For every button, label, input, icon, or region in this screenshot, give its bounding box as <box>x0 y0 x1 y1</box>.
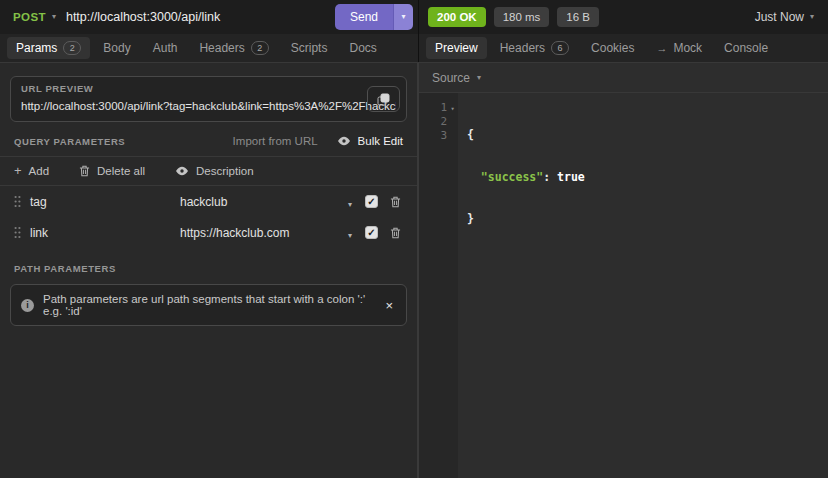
url-preview-value: http://localhost:3000/api/link?tag=hackc… <box>21 99 396 114</box>
method-caret-down-icon[interactable]: ▾ <box>52 13 56 21</box>
tab-auth[interactable]: Auth <box>144 37 187 59</box>
fold-toggle[interactable]: ▾ <box>447 101 458 114</box>
line-number: 2 <box>419 115 447 128</box>
fold-caret-down-icon: ▾ <box>450 105 454 113</box>
method-selector[interactable]: POST <box>13 11 46 23</box>
import-from-url-button[interactable]: Import from URL <box>233 135 318 147</box>
request-panel: URL PREVIEW http://localhost:3000/api/li… <box>0 63 417 478</box>
tab-body[interactable]: Body <box>94 37 139 59</box>
params-count-badge: 2 <box>63 41 81 55</box>
tab-console-label: Console <box>724 41 768 55</box>
source-label: Source <box>432 71 470 85</box>
gutter-line: 2 <box>419 114 458 128</box>
tab-console[interactable]: Console <box>715 37 777 59</box>
response-tabs: Preview Headers 6 Cookies → Mock Console <box>419 34 828 62</box>
line-number: 3 <box>419 129 447 142</box>
tab-preview[interactable]: Preview <box>426 37 487 59</box>
tab-cookies-label: Cookies <box>591 41 634 55</box>
tab-response-headers[interactable]: Headers 6 <box>491 37 578 59</box>
tab-cookies[interactable]: Cookies <box>582 37 643 59</box>
request-url-input[interactable]: http://localhost:3000/api/link <box>66 10 220 24</box>
query-parameters-toolbar: + Add Delete all Description <box>10 157 407 185</box>
param-enabled-checkbox[interactable]: ✓ <box>365 226 378 239</box>
delete-all-button[interactable]: Delete all <box>79 165 145 177</box>
eye-icon <box>337 136 351 146</box>
send-button[interactable]: Send <box>335 4 393 30</box>
path-parameters-title: PATH PARAMETERS <box>14 263 116 274</box>
tab-body-label: Body <box>103 41 130 55</box>
gutter-line: 1 ▾ <box>419 100 458 114</box>
copy-icon <box>377 93 390 106</box>
app-window: POST ▾ http://localhost:3000/api/link Se… <box>0 0 828 478</box>
add-parameter-button[interactable]: + Add <box>14 164 49 177</box>
param-row-link: link https://hackclub.com ▾ ✓ <box>10 217 407 248</box>
eye-icon <box>175 166 189 176</box>
url-preview-box: URL PREVIEW http://localhost:3000/api/li… <box>10 76 407 122</box>
response-history-dropdown[interactable]: Just Now ▾ <box>755 10 814 24</box>
description-label: Description <box>196 165 254 177</box>
top-bar: POST ▾ http://localhost:3000/api/link Se… <box>0 0 828 34</box>
send-options-button[interactable]: ▾ <box>393 4 413 30</box>
tab-params[interactable]: Params 2 <box>7 37 90 59</box>
history-label: Just Now <box>755 10 804 24</box>
duration-badge: 180 ms <box>494 7 550 27</box>
add-label: Add <box>29 165 49 177</box>
response-code-viewer: 1 ▾ 2 3 { "success": true } <box>419 93 828 478</box>
tab-auth-label: Auth <box>153 41 178 55</box>
main-area: URL PREVIEW http://localhost:3000/api/li… <box>0 63 828 478</box>
delete-param-button[interactable] <box>390 196 401 208</box>
query-parameters-title: QUERY PARAMETERS <box>14 136 125 147</box>
url-preview-title: URL PREVIEW <box>21 83 396 94</box>
param-options-caret-down-icon[interactable]: ▾ <box>348 224 352 242</box>
code-line: } <box>467 212 828 226</box>
param-enabled-checkbox[interactable]: ✓ <box>365 195 378 208</box>
path-parameters-header: PATH PARAMETERS <box>10 263 407 283</box>
send-button-group: Send ▾ <box>335 4 413 30</box>
line-number: 1 <box>419 101 447 114</box>
drag-dots-icon <box>14 226 21 239</box>
plus-icon: + <box>14 164 22 177</box>
tab-docs[interactable]: Docs <box>340 37 385 59</box>
code-line: { <box>467 128 828 142</box>
param-name-input[interactable]: tag <box>30 195 180 209</box>
bulk-edit-button[interactable]: Bulk Edit <box>337 135 403 147</box>
tab-response-headers-label: Headers <box>500 41 545 55</box>
tab-scripts[interactable]: Scripts <box>282 37 337 59</box>
info-icon: i <box>21 299 34 312</box>
trash-icon <box>390 227 401 239</box>
json-response-body[interactable]: { "success": true } <box>458 93 828 478</box>
tab-headers-label: Headers <box>199 41 244 55</box>
response-bar: 200 OK 180 ms 16 B Just Now ▾ <box>419 0 828 34</box>
check-icon: ✓ <box>367 228 375 238</box>
drag-handle[interactable] <box>14 226 30 239</box>
tab-docs-label: Docs <box>349 41 376 55</box>
check-icon: ✓ <box>367 197 375 207</box>
param-name-input[interactable]: link <box>30 226 180 240</box>
toggle-description-button[interactable]: Description <box>175 165 254 177</box>
drag-handle[interactable] <box>14 195 30 208</box>
response-headers-count-badge: 6 <box>551 41 569 55</box>
status-badge: 200 OK <box>428 7 486 27</box>
history-caret-down-icon: ▾ <box>810 13 814 21</box>
copy-url-button[interactable] <box>367 86 400 112</box>
delete-param-button[interactable] <box>390 227 401 239</box>
trash-icon <box>390 196 401 208</box>
tab-preview-label: Preview <box>435 41 478 55</box>
arrow-right-icon: → <box>656 42 667 54</box>
drag-dots-icon <box>14 195 21 208</box>
param-value-input[interactable]: hackclub <box>180 195 348 209</box>
dismiss-info-button[interactable]: × <box>382 299 396 312</box>
code-line: "success": true <box>467 170 828 184</box>
size-badge: 16 B <box>557 7 599 27</box>
param-value-input[interactable]: https://hackclub.com <box>180 226 348 240</box>
param-options-caret-down-icon[interactable]: ▾ <box>348 193 352 211</box>
query-parameters-header: QUERY PARAMETERS Import from URL Bulk Ed… <box>10 135 407 156</box>
source-caret-down-icon: ▾ <box>477 74 481 82</box>
tab-scripts-label: Scripts <box>291 41 328 55</box>
tab-mock[interactable]: → Mock <box>647 37 711 59</box>
source-dropdown[interactable]: Source ▾ <box>419 63 828 93</box>
tab-headers[interactable]: Headers 2 <box>190 37 277 59</box>
json-value: true <box>557 170 585 184</box>
line-number-gutter: 1 ▾ 2 3 <box>419 93 458 478</box>
json-key: "success" <box>481 170 543 184</box>
